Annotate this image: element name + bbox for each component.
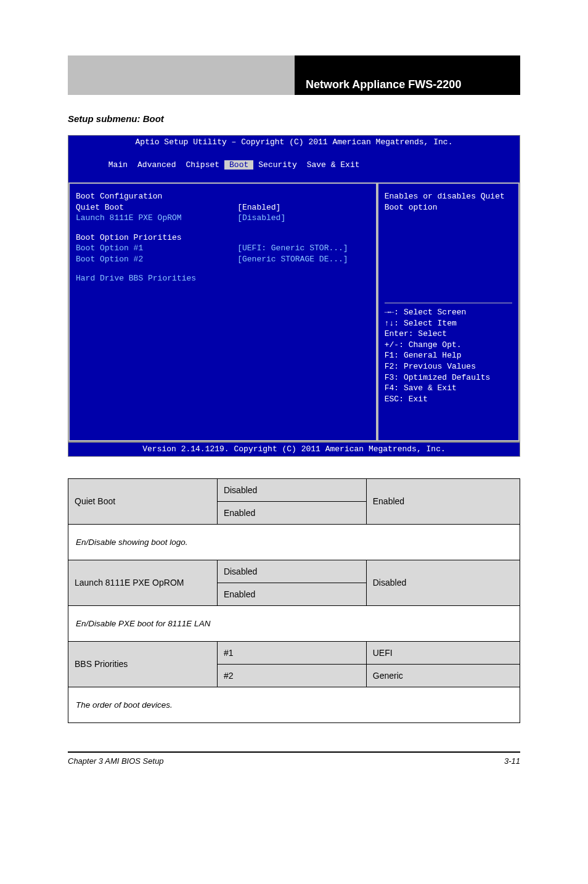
tab-security[interactable]: Security [253, 160, 301, 170]
opt-quiet-boot: Disabled Enabled [217, 478, 366, 524]
opt-bbs: #1 #2 [217, 641, 366, 687]
bbs-option-row: BBS Priorities #1 #2 UEFI Generic [68, 641, 520, 687]
pxe-label: Launch 8111E PXE OpROM [76, 213, 237, 224]
product-title: Network Appliance FWS-2200 [306, 78, 461, 91]
bios-key-general-help: F1: General Help [385, 350, 512, 361]
tab-boot[interactable]: Boot [224, 160, 253, 170]
bios-help-text: Enables or disables Quiet Boot option [385, 191, 512, 299]
bios-key-select-item: ↑↓: Select Item [385, 318, 512, 329]
bios-title-bar: Aptio Setup Utility – Copyright (C) 2011… [68, 136, 520, 148]
tab-save-exit[interactable]: Save & Exit [302, 160, 365, 170]
default-generic: Generic [367, 665, 520, 687]
default-quiet-boot: Enabled [366, 478, 520, 524]
boot-option-1-value[interactable]: [UEFI: Generic STOR...] [237, 243, 370, 254]
boot-configuration-heading: Boot Configuration [76, 191, 370, 202]
page-footer: Chapter 3 AMI BIOS Setup 3-11 [68, 751, 520, 766]
bios-key-change-opt: +/-: Change Opt. [385, 340, 512, 351]
bios-key-enter: Enter: Select [385, 329, 512, 340]
opt-disabled: Disabled [218, 479, 366, 502]
quiet-boot-option-row: Quiet Boot Disabled Enabled Enabled [68, 478, 520, 524]
bios-body: Boot Configuration Quiet Boot [Enabled] … [68, 182, 520, 441]
pxe-option-row: Launch 8111E PXE OpROM Disabled Enabled … [68, 560, 520, 605]
section-title: Setup submenu: Boot [68, 113, 520, 124]
quiet-boot-row[interactable]: Quiet Boot [Enabled] [76, 202, 370, 213]
boot-option-1-row[interactable]: Boot Option #1 [UEFI: Generic STOR...] [76, 243, 370, 254]
param-bbs: BBS Priorities [68, 641, 218, 687]
opt-enabled: Enabled [218, 583, 366, 605]
tab-main[interactable]: Main [104, 160, 133, 170]
bios-main-pane: Boot Configuration Quiet Boot [Enabled] … [68, 182, 377, 441]
default-pxe: Disabled [366, 560, 520, 605]
bios-help-divider [385, 303, 512, 303]
opt-enabled: Enabled [218, 502, 366, 524]
default-bbs: UEFI Generic [366, 641, 520, 687]
bbs-description: The order of boot devices. [68, 687, 520, 722]
page-header: Network Appliance FWS-2200 [68, 55, 520, 95]
opt-pxe: Disabled Enabled [217, 560, 366, 605]
tab-advanced[interactable]: Advanced [133, 160, 181, 170]
pxe-oprom-row[interactable]: Launch 8111E PXE OpROM [Disabled] [76, 213, 370, 224]
spacer [76, 264, 370, 273]
quiet-boot-label: Quiet Boot [76, 202, 237, 213]
footer-chapter: Chapter 3 AMI BIOS Setup [68, 756, 504, 766]
opt-num1: #1 [218, 642, 366, 665]
pxe-desc-row: En/Disable PXE boot for 8111E LAN [68, 605, 520, 641]
quiet-boot-desc-row: En/Disable showing boot logo. [68, 524, 520, 560]
param-quiet-boot: Quiet Boot [68, 478, 218, 524]
boot-option-priorities-heading: Boot Option Priorities [76, 232, 370, 244]
hard-drive-bbs-priorities[interactable]: Hard Drive BBS Priorities [76, 273, 370, 284]
header-right-panel: Network Appliance FWS-2200 [295, 55, 520, 95]
options-table: Quiet Boot Disabled Enabled Enabled En/D… [68, 478, 520, 723]
pxe-description: En/Disable PXE boot for 8111E LAN [68, 605, 520, 641]
tab-chipset[interactable]: Chipset [181, 160, 224, 170]
opt-disabled: Disabled [218, 560, 366, 583]
bios-help-pane: Enables or disables Quiet Boot option →←… [377, 182, 520, 441]
pxe-value[interactable]: [Disabled] [237, 213, 370, 224]
bios-key-esc-exit: ESC: Exit [385, 394, 512, 405]
quiet-boot-description: En/Disable showing boot logo. [68, 524, 520, 560]
default-uefi: UEFI [367, 642, 520, 665]
header-left-panel [68, 55, 295, 95]
bios-tab-bar[interactable]: MainAdvancedChipsetBootSecuritySave & Ex… [68, 148, 520, 183]
param-pxe: Launch 8111E PXE OpROM [68, 560, 218, 605]
opt-num2: #2 [218, 665, 366, 687]
footer-page: 3-11 [504, 756, 520, 766]
quiet-boot-value[interactable]: [Enabled] [237, 202, 370, 213]
bios-key-select-screen: →←: Select Screen [385, 307, 512, 318]
spacer [76, 224, 370, 232]
boot-option-2-label: Boot Option #2 [76, 254, 237, 265]
boot-option-2-value[interactable]: [Generic STORAGE DE...] [237, 254, 370, 265]
bbs-desc-row: The order of boot devices. [68, 687, 520, 722]
bios-key-save-exit: F4: Save & Exit [385, 383, 512, 394]
bios-screen: Aptio Setup Utility – Copyright (C) 2011… [68, 135, 520, 457]
bios-footer: Version 2.14.1219. Copyright (C) 2011 Am… [68, 441, 520, 456]
bios-key-previous-values: F2: Previous Values [385, 361, 512, 372]
boot-option-1-label: Boot Option #1 [76, 243, 237, 254]
bios-key-optimized-defaults: F3: Optimized Defaults [385, 372, 512, 383]
boot-option-2-row[interactable]: Boot Option #2 [Generic STORAGE DE...] [76, 254, 370, 265]
